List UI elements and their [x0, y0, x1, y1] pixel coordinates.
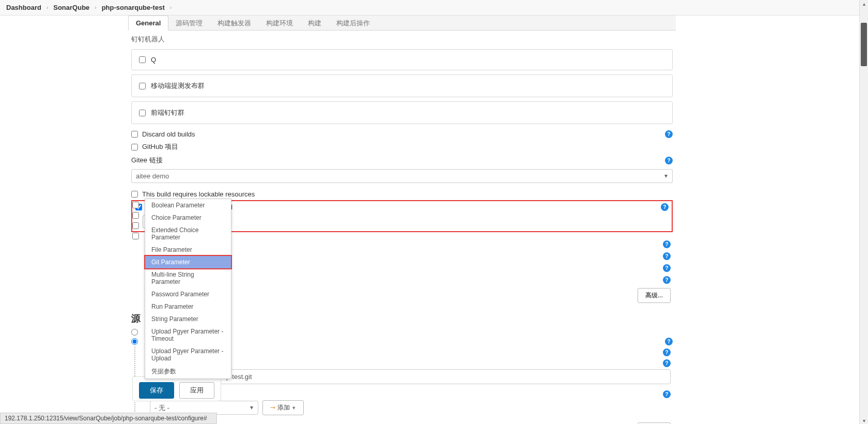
key-icon: ⊸ [270, 404, 275, 411]
help-icon[interactable]: ? [665, 130, 673, 138]
dingding-checkbox[interactable] [139, 110, 146, 116]
param-option-choice[interactable]: Choice Parameter [145, 211, 231, 224]
hidden-option-checkboxes [132, 202, 139, 239]
breadcrumb-item[interactable]: SonarQube [53, 4, 89, 11]
save-button[interactable]: 保存 [139, 382, 174, 399]
option-checkbox[interactable] [132, 233, 139, 239]
save-apply-bar: 保存 应用 [132, 376, 221, 401]
browser-status-bar: 192.178.1.250:12315/view/SonarQube/job/p… [0, 413, 217, 424]
chevron-right-icon: › [47, 5, 48, 10]
param-option-credential[interactable]: 凭据参数 [145, 365, 231, 378]
lockable-resources-label: This build requires lockable resources [142, 190, 255, 198]
option-checkbox[interactable] [132, 222, 139, 229]
help-icon[interactable]: ? [663, 252, 671, 260]
apply-button[interactable]: 应用 [179, 382, 214, 399]
breadcrumb-item[interactable]: Dashboard [6, 4, 41, 11]
github-project-label: GitHub 项目 [142, 142, 178, 152]
scm-radio-none[interactable] [131, 329, 138, 336]
dingding-row: 移动端提测发布群 [131, 74, 673, 97]
dingding-label: Q [151, 56, 156, 64]
help-icon[interactable]: ? [663, 240, 671, 248]
dingding-label: 移动端提测发布群 [151, 81, 205, 90]
discard-old-builds-checkbox[interactable] [131, 131, 138, 138]
help-icon[interactable]: ? [663, 349, 671, 356]
gitee-link-label: Gitee 链接 [131, 156, 163, 165]
help-icon[interactable]: ? [663, 359, 671, 367]
dingding-checkbox[interactable] [139, 56, 146, 63]
option-checkbox[interactable] [132, 212, 139, 219]
scrollbar-thumb[interactable] [861, 23, 867, 66]
param-option-extended-choice[interactable]: Extended Choice Parameter [145, 224, 231, 244]
dingding-label: 前端钉钉群 [151, 108, 184, 117]
tab-general[interactable]: General [128, 16, 168, 31]
add-credentials-label: 添加 [277, 404, 290, 411]
tab-scm[interactable]: 源码管理 [168, 16, 210, 30]
dingding-row: 前端钉钉群 [131, 101, 673, 124]
param-option-multiline[interactable]: Multi-line String Parameter [145, 268, 231, 288]
status-url: 192.178.1.250:12315/view/SonarQube/job/p… [5, 415, 207, 422]
tab-build[interactable]: 构建 [301, 16, 329, 30]
tab-triggers[interactable]: 构建触发器 [210, 16, 259, 30]
help-icon[interactable]: ? [663, 276, 671, 284]
add-parameter-dropdown: Boolean Parameter Choice Parameter Exten… [145, 199, 231, 379]
param-option-file[interactable]: File Parameter [145, 244, 231, 256]
scm-radio-git[interactable] [131, 338, 138, 345]
param-option-boolean[interactable]: Boolean Parameter [145, 199, 231, 211]
gitee-select[interactable]: aitee demo [131, 169, 673, 183]
param-option-string[interactable]: String Parameter [145, 313, 231, 325]
tab-env[interactable]: 构建环境 [259, 16, 301, 30]
breadcrumb-item[interactable]: php-sonarqube-test [102, 4, 165, 11]
advanced-button[interactable]: 高级... [638, 288, 671, 303]
param-option-password[interactable]: Password Parameter [145, 288, 231, 300]
help-icon[interactable]: ? [661, 203, 669, 211]
param-option-pgyer-upload[interactable]: Upload Pgyer Parameter - Upload [145, 345, 231, 365]
lockable-resources-checkbox[interactable] [131, 191, 138, 198]
help-icon[interactable]: ? [665, 338, 673, 345]
param-option-run[interactable]: Run Parameter [145, 300, 231, 313]
breadcrumb: Dashboard › SonarQube › php-sonarqube-te… [0, 0, 868, 16]
help-icon[interactable]: ? [663, 264, 671, 272]
param-option-pgyer-timeout[interactable]: Upload Pgyer Parameter - Timeout [145, 325, 231, 345]
scroll-up-icon[interactable]: ▴ [861, 1, 866, 6]
tab-postbuild[interactable]: 构建后操作 [329, 16, 378, 30]
dingding-checkbox[interactable] [139, 83, 146, 89]
vertical-scrollbar[interactable]: ▴ ▾ [859, 0, 868, 424]
param-option-git[interactable]: Git Parameter [145, 256, 231, 268]
scroll-down-icon[interactable]: ▾ [861, 418, 866, 423]
caret-down-icon: ▼ [291, 405, 296, 411]
help-icon[interactable]: ? [663, 390, 671, 398]
option-checkbox[interactable] [132, 202, 139, 208]
chevron-right-icon: › [170, 5, 172, 10]
github-project-checkbox[interactable] [131, 144, 138, 150]
config-tabbar: General 源码管理 构建触发器 构建环境 构建 构建后操作 [128, 16, 676, 31]
help-icon[interactable]: ? [665, 157, 673, 164]
dingding-heading: 钉钉机器人 [128, 31, 676, 47]
discard-old-builds-label: Discard old builds [142, 130, 195, 138]
dingding-row: Q [131, 49, 673, 70]
chevron-right-icon: › [95, 5, 96, 10]
add-credentials-button[interactable]: ⊸添加 ▼ [262, 400, 304, 415]
